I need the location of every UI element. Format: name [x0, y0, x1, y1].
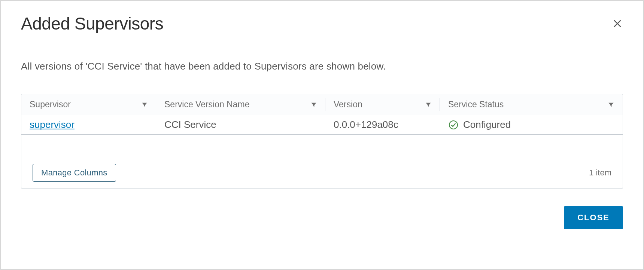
- supervisor-link[interactable]: supervisor: [30, 119, 75, 131]
- cell-version: 0.0.0+129a08c: [325, 115, 440, 134]
- column-header-label: Supervisor: [30, 99, 71, 110]
- cell-service-status: Configured: [440, 115, 623, 134]
- item-count: 1 item: [589, 168, 611, 178]
- cell-supervisor: supervisor: [21, 115, 156, 134]
- close-button[interactable]: CLOSE: [564, 206, 623, 229]
- modal-header: Added Supervisors: [21, 13, 623, 34]
- column-header-label: Service Status: [448, 99, 504, 110]
- column-header-service-version-name[interactable]: Service Version Name: [156, 94, 325, 115]
- column-header-service-status[interactable]: Service Status: [440, 94, 623, 115]
- manage-columns-button[interactable]: Manage Columns: [33, 164, 116, 182]
- table-footer: Manage Columns 1 item: [21, 157, 623, 188]
- column-header-label: Service Version Name: [164, 99, 250, 110]
- supervisors-table: Supervisor Service Version Name Version …: [21, 94, 623, 189]
- column-header-version[interactable]: Version: [325, 94, 440, 115]
- status-label: Configured: [463, 119, 511, 131]
- modal-actions: CLOSE: [21, 206, 623, 229]
- check-circle-icon: [448, 120, 459, 130]
- svg-point-0: [449, 121, 458, 129]
- modal-title: Added Supervisors: [21, 13, 163, 34]
- filter-icon[interactable]: [141, 101, 148, 108]
- table-row: supervisor CCI Service 0.0.0+129a08c Con…: [21, 115, 623, 135]
- table-header-row: Supervisor Service Version Name Version …: [21, 94, 623, 115]
- column-header-supervisor[interactable]: Supervisor: [21, 94, 156, 115]
- cell-service-version-name: CCI Service: [156, 115, 325, 134]
- close-icon[interactable]: [612, 18, 623, 29]
- filter-icon[interactable]: [608, 101, 614, 108]
- modal-description: All versions of 'CCI Service' that have …: [21, 61, 623, 72]
- table-empty-space: [21, 135, 623, 157]
- filter-icon[interactable]: [425, 101, 432, 108]
- added-supervisors-modal: Added Supervisors All versions of 'CCI S…: [0, 0, 644, 270]
- column-header-label: Version: [334, 99, 362, 110]
- filter-icon[interactable]: [310, 101, 317, 108]
